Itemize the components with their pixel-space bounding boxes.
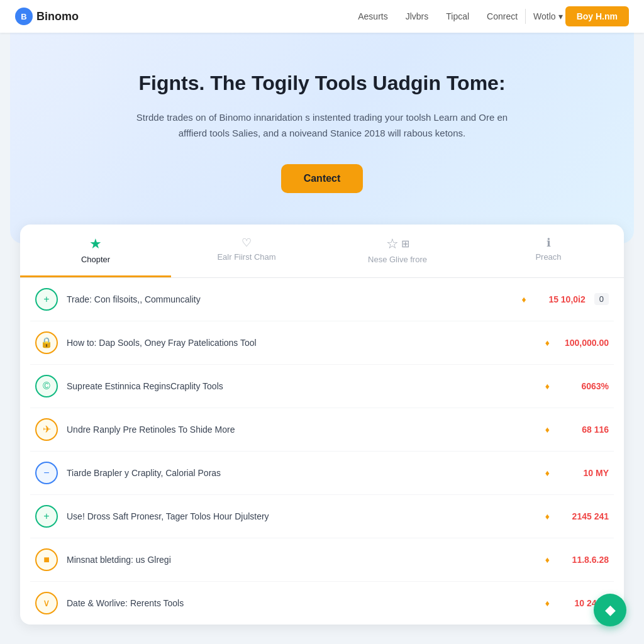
nav-link-jlvbrs[interactable]: Jlvbrs	[406, 11, 429, 21]
item-title: Supreate Estinnica ReginsCraplity Tools	[67, 381, 536, 391]
list-item: 🔒 How to: Dap Sools, Oney Fray Patelicat…	[30, 321, 614, 365]
item-icon-plus: +	[35, 288, 58, 311]
coin-icon: ♦	[545, 598, 550, 608]
item-value: 100,000.00	[558, 338, 609, 348]
info-icon: ℹ	[547, 236, 551, 250]
tab-chapter-label: Chopter	[81, 255, 110, 264]
item-value: 11.8.6.28	[558, 555, 609, 565]
star-filled-icon: ★	[89, 236, 102, 252]
item-title: Use! Dross Saft Pronesr, Tager Tolos Hou…	[67, 511, 536, 521]
nav-link-aesurts[interactable]: Aesurts	[358, 11, 387, 21]
item-title: Date & Worlive: Rerents Tools	[67, 598, 536, 608]
list-item: ■ Minsnat bletding: us Glregi ♦ 11.8.6.2…	[30, 538, 614, 582]
logo-icon: B	[15, 8, 33, 25]
item-title: Undre Ranply Pre Retinoles To Shide More	[67, 425, 536, 435]
item-title: Minsnat bletding: us Glregi	[67, 555, 536, 565]
item-icon-chevron: ∨	[35, 592, 58, 614]
list-item: © Supreate Estinnica ReginsCraplity Tool…	[30, 365, 614, 408]
item-icon-minus: −	[35, 462, 58, 484]
cta-button[interactable]: Boy H.nm	[565, 6, 629, 26]
fab-button[interactable]: ◆	[594, 594, 626, 626]
navbar: B Binomo Aesurts Jlvbrs Tipcal Conrect W…	[0, 0, 644, 33]
tab-nese-give-label: Nese Glive frore	[368, 255, 427, 264]
fab-icon: ◆	[605, 602, 616, 618]
star-outline-icon: ☆	[386, 236, 399, 252]
hero-cta-button[interactable]: Cantect	[281, 164, 364, 193]
coin-icon: ♦	[545, 425, 550, 435]
logo-text: Binomo	[36, 10, 79, 23]
item-badge: 0	[594, 293, 609, 305]
coin-icon: ♦	[522, 294, 526, 304]
chevron-down-icon: ▾	[558, 11, 563, 21]
list-item: ✈ Undre Ranply Pre Retinoles To Shide Mo…	[30, 408, 614, 452]
item-icon-plane: ✈	[35, 418, 58, 441]
item-title: Tiarde Brapler y Craplity, Calorial Pora…	[67, 468, 536, 478]
nav-divider	[525, 9, 526, 24]
logo: B Binomo	[15, 8, 79, 25]
nav-link-tipcal[interactable]: Tipcal	[446, 11, 469, 21]
main-card: ★ Chopter ♡ Ealr Fiirst Cham ☆ ⊞ Nese Gl…	[20, 225, 624, 625]
heart-icon: ♡	[242, 236, 252, 250]
tabs-bar: ★ Chopter ♡ Ealr Fiirst Cham ☆ ⊞ Nese Gl…	[20, 225, 624, 278]
hero-title: Fignts. The Togily Tools Uadgin Tome:	[35, 70, 609, 97]
item-title: Trade: Con filsoits,, Communcality	[67, 294, 513, 304]
tab-preach-label: Preach	[535, 252, 561, 262]
item-title: How to: Dap Sools, Oney Fray Patelicatio…	[67, 338, 536, 348]
hero-description: Strdde trades on of Binomo innaridation …	[133, 109, 511, 142]
tab-preach[interactable]: ℹ Preach	[473, 225, 624, 277]
list-container: + Trade: Con filsoits,, Communcality ♦ 1…	[20, 278, 624, 625]
tab-chapter[interactable]: ★ Chopter	[20, 225, 171, 277]
item-icon-plus2: +	[35, 505, 58, 528]
world-label: Wotlo	[533, 11, 556, 21]
list-item: + Trade: Con filsoits,, Communcality ♦ 1…	[30, 278, 614, 321]
coin-icon: ♦	[545, 338, 550, 348]
item-value: 2145 241	[558, 511, 609, 521]
world-selector[interactable]: Wotlo ▾	[533, 11, 563, 21]
item-value: 68 116	[558, 425, 609, 435]
nav-link-conrect[interactable]: Conrect	[487, 11, 518, 21]
item-icon-copyright: ©	[35, 375, 58, 397]
item-value: 15 10,0i2	[535, 294, 586, 304]
tab-nese-give[interactable]: ☆ ⊞ Nese Glive frore	[322, 225, 473, 277]
item-icon-square: ■	[35, 548, 58, 571]
hero-section: Fignts. The Togily Tools Uadgin Tome: St…	[10, 33, 634, 243]
list-item: ∨ Date & Worlive: Rerents Tools ♦ 10 24.…	[30, 582, 614, 625]
coin-icon: ♦	[545, 381, 550, 391]
coin-icon: ♦	[545, 555, 550, 565]
list-item: − Tiarde Brapler y Craplity, Calorial Po…	[30, 452, 614, 495]
grid-icon: ⊞	[401, 238, 409, 250]
list-item: + Use! Dross Saft Pronesr, Tager Tolos H…	[30, 495, 614, 538]
item-value: 10 MY	[558, 468, 609, 478]
item-icon-lock: 🔒	[35, 331, 58, 354]
nav-links: Aesurts Jlvbrs Tipcal Conrect	[358, 11, 518, 21]
tab-first-cham[interactable]: ♡ Ealr Fiirst Cham	[171, 225, 322, 277]
item-value: 6063%	[558, 381, 609, 391]
coin-icon: ♦	[545, 468, 550, 478]
tab-first-cham-label: Ealr Fiirst Cham	[217, 252, 275, 262]
coin-icon: ♦	[545, 511, 550, 521]
